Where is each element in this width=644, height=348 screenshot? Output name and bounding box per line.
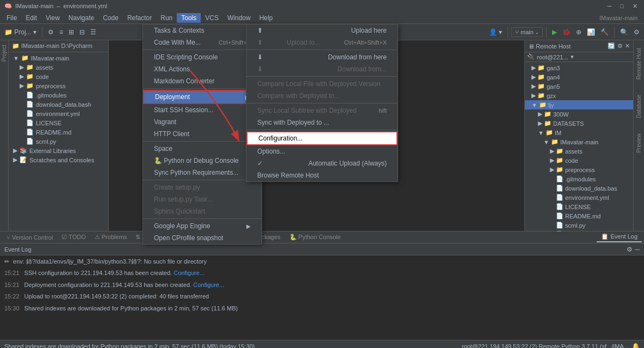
tree-item-code[interactable]: ▶📁code xyxy=(9,72,108,81)
remote-item-r-env[interactable]: ▶📄environment.yml xyxy=(525,193,633,202)
remote-item-gan5[interactable]: ▶📁gan5 xyxy=(525,82,633,91)
tab-python-console[interactable]: 🐍 Python Console xyxy=(285,233,345,242)
remote-item-imavatar[interactable]: ▼📁IMavatar-main xyxy=(525,137,633,146)
close-button[interactable]: ✕ xyxy=(630,3,640,10)
remote-close-btn[interactable]: ✕ xyxy=(625,42,630,50)
toolbar-sort[interactable]: ≡ xyxy=(57,27,65,37)
toolbar-gear2[interactable]: ☰ xyxy=(88,27,98,37)
menu-deployment[interactable]: Deployment ▶ xyxy=(143,90,262,104)
deploy-sync-deployed[interactable]: Sync with Deployed to ... xyxy=(246,117,398,129)
menu-help[interactable]: Help xyxy=(255,13,277,23)
deploy-configuration[interactable]: Configuration... xyxy=(246,131,398,145)
tab-problems[interactable]: ⚠ Problems xyxy=(90,233,132,242)
tree-item-scml[interactable]: ▶📄scml.py xyxy=(9,137,108,146)
tree-item-imaitem[interactable]: ▼📁IMavatar-main xyxy=(9,53,108,63)
toolbar-expand[interactable]: ⊞ xyxy=(66,27,76,37)
tab-todo[interactable]: ☑ TODO xyxy=(57,233,90,242)
menu-sync-python[interactable]: Sync Python Requirements... xyxy=(143,167,262,179)
menu-space[interactable]: Space xyxy=(143,143,262,155)
tree-item-readme[interactable]: ▶📄README.md xyxy=(9,127,108,137)
menu-refactor[interactable]: Refactor xyxy=(123,13,156,23)
remote-item-r-scml[interactable]: ▶📄scml.py xyxy=(525,221,633,230)
deploy-download-here[interactable]: ⬇ Download from here xyxy=(246,51,398,63)
remote-item-r-readme[interactable]: ▶📄README.md xyxy=(525,211,633,221)
remote-settings-btn[interactable]: ⚙ xyxy=(617,42,623,50)
tree-item-external[interactable]: ▶📚External Libraries xyxy=(9,146,108,155)
minimize-button[interactable]: ─ xyxy=(605,3,614,10)
remote-item-300w[interactable]: ▶📁300W xyxy=(525,109,633,119)
remote-item-r-code[interactable]: ▶📁code xyxy=(525,156,633,165)
remote-item-gzx[interactable]: ▶📁gzx xyxy=(525,91,633,100)
log-icon-1[interactable]: ✏ xyxy=(4,258,9,265)
branch-selector[interactable]: ⑂ main ▾ xyxy=(511,27,543,37)
remote-item-gan4[interactable]: ▶📁gan4 xyxy=(525,72,633,82)
tree-item-assets[interactable]: ▶📁assets xyxy=(9,63,108,72)
deploy-auto-upload[interactable]: ✓ Automatic Upload (Always) xyxy=(246,157,398,169)
toolbar-avatar[interactable]: 👤 ▾ xyxy=(487,27,504,37)
menu-edit[interactable]: Edit xyxy=(21,13,41,23)
log-link-2[interactable]: Configure... xyxy=(174,270,205,276)
remote-item-datasets[interactable]: ▶📁DATASETS xyxy=(525,119,633,128)
sep-5 xyxy=(143,218,262,219)
toolbar-collapse[interactable]: ⊟ xyxy=(77,27,87,37)
log-link-3[interactable]: Configure... xyxy=(193,282,224,288)
maximize-button[interactable]: □ xyxy=(618,3,626,10)
menu-tools[interactable]: Tools xyxy=(177,13,201,23)
deploy-options[interactable]: Options... xyxy=(246,145,398,157)
menu-tasks-contexts[interactable]: Tasks & Contexts ▶ xyxy=(143,25,262,36)
toolbar-settings[interactable]: ⚙ xyxy=(46,27,56,37)
settings-button[interactable]: ⚙ xyxy=(631,27,642,37)
remote-item-r-license[interactable]: ▶📄LICENSE xyxy=(525,202,633,211)
menu-file[interactable]: File xyxy=(2,13,21,23)
tab-event-log[interactable]: 📋 Event Log xyxy=(597,232,642,242)
menu-python-debug[interactable]: 🐍 Python or Debug Console xyxy=(143,155,262,167)
remote-item-ljy[interactable]: ▼📁ljy xyxy=(525,100,633,109)
menu-window[interactable]: Window xyxy=(223,13,255,23)
vtab-database[interactable]: Database xyxy=(635,93,643,120)
vtab-remote-host[interactable]: Remote Host xyxy=(635,46,643,82)
menu-markdown[interactable]: Markdown Converter ▶ xyxy=(143,75,262,87)
search-button[interactable]: 🔍 xyxy=(618,27,630,37)
remote-item-r-assets[interactable]: ▶📁assets xyxy=(525,146,633,156)
debug-button[interactable]: 🐞 xyxy=(560,27,573,37)
tab-version-control[interactable]: ⑂ Version Control xyxy=(2,233,57,242)
event-log-minimize-btn[interactable]: ─ xyxy=(635,246,640,253)
menu-code-with-me[interactable]: Code With Me... Ctrl+Shift+Y xyxy=(143,36,262,48)
menu-ide-scripting[interactable]: IDE Scripting Console xyxy=(143,51,262,63)
menu-vagrant[interactable]: Vagrant ▶ xyxy=(143,116,262,128)
project-tab-label[interactable]: Project xyxy=(0,40,8,66)
tree-item-preprocess[interactable]: ▶📁preprocess xyxy=(9,81,108,90)
status-notification-icon[interactable]: 🔔 xyxy=(632,343,640,348)
tree-item-license[interactable]: ▶📄LICENSE xyxy=(9,118,108,127)
project-selector[interactable]: 📁 Proj... ▾ xyxy=(2,27,39,37)
menu-google-app[interactable]: Google App Engine ▶ xyxy=(143,220,262,232)
tree-item-gitmodules[interactable]: ▶📄.gitmodules xyxy=(9,90,108,100)
remote-item-r-download[interactable]: ▶📄download_data.bas xyxy=(525,184,633,193)
remote-item-gan3[interactable]: ▶📁gan3 xyxy=(525,63,633,72)
menu-xml-actions[interactable]: XML Actions ▶ xyxy=(143,63,262,75)
remote-item-im[interactable]: ▼📁IM xyxy=(525,128,633,137)
menu-http-client[interactable]: HTTP Client ▶ xyxy=(143,128,262,140)
event-log-settings-btn[interactable]: ⚙ xyxy=(627,246,633,253)
menu-vcs[interactable]: VCS xyxy=(201,13,223,23)
build-button[interactable]: 🔨 xyxy=(598,27,611,37)
menu-run[interactable]: Run xyxy=(156,13,177,23)
vtab-preview[interactable]: Preview xyxy=(635,131,643,155)
menu-code[interactable]: Code xyxy=(98,13,123,23)
menu-view[interactable]: View xyxy=(41,13,64,23)
menu-cprofile[interactable]: Open CProfile snapshot xyxy=(143,232,262,244)
tree-item-scratches[interactable]: ▶📝Scratches and Consoles xyxy=(9,155,108,164)
remote-item-r-preprocess[interactable]: ▶📁preprocess xyxy=(525,165,633,174)
remote-item-r-gitmodules[interactable]: ▶📄.gitmodules xyxy=(525,174,633,184)
remote-refresh-btn[interactable]: 🔄 xyxy=(608,42,615,50)
run-button[interactable]: ▶ xyxy=(550,27,559,37)
deploy-browse-remote[interactable]: Browse Remote Host xyxy=(246,169,398,181)
sep-2 xyxy=(143,88,262,89)
menu-navigate[interactable]: Navigate xyxy=(64,13,98,23)
deploy-upload-here[interactable]: ⬆ Upload here xyxy=(246,25,398,36)
menu-ssh-session[interactable]: Start SSH Session... xyxy=(143,104,262,116)
tree-item-download[interactable]: ▶📄download_data.bash xyxy=(9,100,108,109)
profile-button[interactable]: 📊 xyxy=(585,27,597,37)
coverage-button[interactable]: ⊕ xyxy=(574,27,584,37)
tree-item-env[interactable]: ▶📄environment.yml xyxy=(9,109,108,118)
